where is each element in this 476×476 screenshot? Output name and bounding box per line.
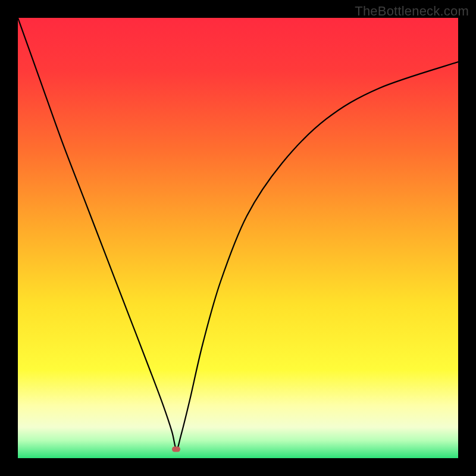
bottleneck-curve [18, 18, 458, 458]
chart-frame: TheBottleneck.com [0, 0, 476, 476]
watermark-text: TheBottleneck.com [355, 4, 469, 19]
curve-minimum-marker [172, 447, 180, 452]
plot-area [18, 18, 458, 458]
